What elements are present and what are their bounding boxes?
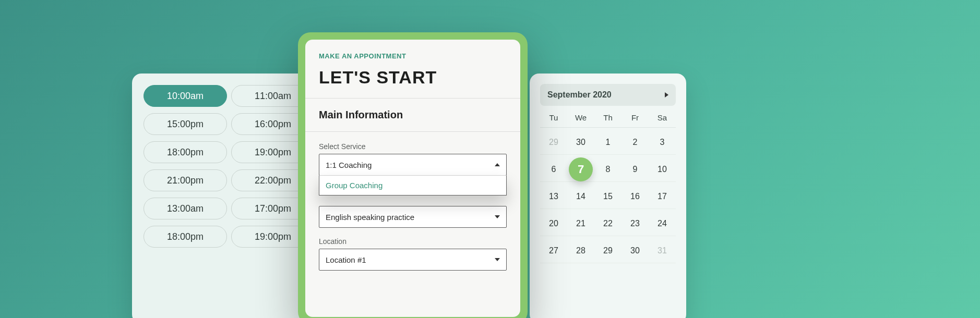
- calendar-day[interactable]: 9: [622, 157, 649, 182]
- calendar-card: September 2020 TuWeThFrSa293012367891013…: [530, 74, 686, 318]
- calendar-day[interactable]: 16: [622, 184, 649, 209]
- calendar-day[interactable]: 1: [594, 130, 622, 155]
- service-select[interactable]: 1:1 Coaching Group Coaching: [319, 154, 507, 176]
- time-slot[interactable]: 18:00pm: [144, 226, 227, 248]
- calendar-day[interactable]: 30: [567, 130, 594, 155]
- calendar-day[interactable]: 23: [622, 211, 649, 236]
- calendar-day[interactable]: 29: [540, 130, 567, 155]
- calendar-day[interactable]: 27: [540, 238, 567, 263]
- calendar-day[interactable]: 31: [649, 238, 676, 263]
- section-title: Main Information: [319, 109, 507, 121]
- calendar-day[interactable]: 22: [594, 211, 622, 236]
- divider: [305, 131, 520, 132]
- calendar-day[interactable]: 24: [649, 211, 676, 236]
- chevron-right-icon[interactable]: [665, 92, 668, 97]
- calendar-header: September 2020: [540, 84, 676, 106]
- calendar-day[interactable]: 7: [567, 157, 594, 182]
- time-slot[interactable]: 13:00am: [144, 198, 227, 219]
- calendar-dow: Fr: [622, 113, 649, 128]
- service-option[interactable]: Group Coaching: [326, 181, 500, 190]
- appointment-headline: LET'S START: [319, 67, 507, 88]
- time-slot[interactable]: 18:00pm: [144, 141, 227, 163]
- calendar-title: September 2020: [547, 90, 612, 100]
- chevron-down-icon: [495, 215, 500, 218]
- calendar-day[interactable]: 8: [594, 157, 622, 182]
- location-select[interactable]: Location #1: [319, 249, 507, 271]
- appointment-inner: MAKE AN APPOINTMENT LET'S START Main Inf…: [305, 40, 520, 317]
- location-select-value: Location #1: [326, 255, 366, 264]
- subject-select-value: English speaking practice: [326, 213, 414, 222]
- appointment-eyebrow: MAKE AN APPOINTMENT: [319, 52, 507, 60]
- calendar-day[interactable]: 29: [594, 238, 622, 263]
- service-label: Select Service: [319, 142, 507, 151]
- calendar-day[interactable]: 17: [649, 184, 676, 209]
- calendar-day[interactable]: 30: [622, 238, 649, 263]
- calendar-day[interactable]: 2: [622, 130, 649, 155]
- calendar-dow: We: [567, 113, 594, 128]
- service-options-popup: Group Coaching: [319, 175, 507, 195]
- calendar-day[interactable]: 3: [649, 130, 676, 155]
- calendar-day[interactable]: 20: [540, 211, 567, 236]
- calendar-day[interactable]: 21: [567, 211, 594, 236]
- calendar-day[interactable]: 10: [649, 157, 676, 182]
- calendar-day[interactable]: 28: [567, 238, 594, 263]
- calendar-dow: Tu: [540, 113, 567, 128]
- location-label: Location: [319, 237, 507, 246]
- calendar-grid: TuWeThFrSa293012367891013141516172021222…: [540, 113, 676, 263]
- calendar-day[interactable]: 15: [594, 184, 622, 209]
- calendar-dow: Th: [594, 113, 622, 128]
- calendar-day[interactable]: 13: [540, 184, 567, 209]
- subject-select[interactable]: English speaking practice: [319, 206, 507, 228]
- calendar-dow: Sa: [649, 113, 676, 128]
- service-select-value: 1:1 Coaching: [326, 161, 372, 169]
- calendar-day[interactable]: 14: [567, 184, 594, 209]
- divider: [305, 98, 520, 99]
- time-slot[interactable]: 10:00am: [144, 85, 227, 107]
- time-slot[interactable]: 15:00pm: [144, 113, 227, 135]
- chevron-down-icon: [495, 258, 500, 261]
- chevron-up-icon: [495, 163, 500, 166]
- time-slot[interactable]: 21:00pm: [144, 169, 227, 191]
- appointment-card: MAKE AN APPOINTMENT LET'S START Main Inf…: [298, 32, 528, 318]
- calendar-day[interactable]: 6: [540, 157, 567, 182]
